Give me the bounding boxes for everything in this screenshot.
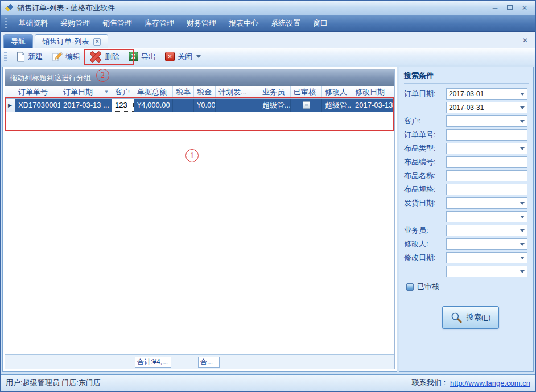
summary-tax: 合... xyxy=(198,357,220,368)
tab-sales-order-list[interactable]: 销售订单-列表 ✕ xyxy=(35,34,108,48)
group-by-panel[interactable]: 拖动列标题到这进行分组 xyxy=(5,69,394,86)
order-no-input[interactable] xyxy=(446,129,527,141)
menu-sales[interactable]: 销售管理 xyxy=(96,16,138,31)
delete-x-icon xyxy=(89,51,102,63)
chevron-down-icon[interactable] xyxy=(520,147,525,150)
cell-order-no: XD17030001 xyxy=(15,99,60,112)
app-window: 销售订单-列表 - 蓝格布业软件 ─ ✕ 基础资料 采购管理 销售管理 库存管理… xyxy=(0,0,536,392)
title-bar: 销售订单-列表 - 蓝格布业软件 ─ ✕ xyxy=(1,1,535,15)
header-total[interactable]: 单据总额 xyxy=(134,86,173,98)
search-row-fabric-code: 布品编号: xyxy=(404,156,529,168)
modified-date-to-input[interactable] xyxy=(446,266,527,277)
status-contact-label: 联系我们 : xyxy=(412,378,446,388)
menu-basic-data[interactable]: 基础资料 xyxy=(12,16,54,31)
search-row-modified-date-to xyxy=(404,266,529,277)
close-view-button[interactable]: ✕ 关闭 xyxy=(160,50,205,64)
minimize-icon[interactable]: ─ xyxy=(490,4,500,12)
header-modified-date[interactable]: 修改日期 xyxy=(352,86,394,98)
search-row-order-date-to xyxy=(404,102,529,113)
new-button[interactable]: 新建 xyxy=(11,50,47,64)
cell-salesman: 超级管... xyxy=(259,99,291,112)
edit-button[interactable]: 编辑 xyxy=(47,50,85,64)
cell-modifier: 超级管... xyxy=(322,99,352,112)
header-customer[interactable]: 客户 xyxy=(112,86,134,98)
search-button-label: 搜索(F) xyxy=(467,312,491,323)
tab-navigation[interactable]: 导航 xyxy=(3,34,33,48)
search-row-fabric-name: 布品名称: xyxy=(404,170,529,181)
menu-finance[interactable]: 财务管理 xyxy=(180,16,222,31)
header-audited[interactable]: 已审核 xyxy=(291,86,322,98)
chevron-down-icon[interactable] xyxy=(520,106,525,109)
website-link[interactable]: http://www.lange.com.cn xyxy=(450,379,530,387)
main-area: 拖动列标题到这进行分组 订单单号 订单日期 ▼ 客户 单据总额 税率 税金 计划… xyxy=(1,65,535,373)
grid-header-row: 订单单号 订单日期 ▼ 客户 单据总额 税率 税金 计划发... 业务员 已审核… xyxy=(5,86,394,99)
close-icon[interactable]: ✕ xyxy=(520,4,529,12)
sort-desc-icon: ▼ xyxy=(102,86,109,98)
fabric-spec-input[interactable] xyxy=(446,184,527,195)
fabric-type-input[interactable] xyxy=(446,143,527,154)
cell-modified-date: 2017-03-13 xyxy=(352,99,394,112)
tab-close-icon[interactable]: ✕ xyxy=(93,38,101,46)
tabstrip-close-icon[interactable]: ✕ xyxy=(522,36,528,44)
window-controls: ─ ✕ xyxy=(490,4,529,12)
header-planned[interactable]: 计划发... xyxy=(216,86,259,98)
close-dropdown-icon[interactable] xyxy=(196,55,201,58)
customer-input[interactable] xyxy=(446,115,527,127)
search-row-modified-date-from: 修改日期: xyxy=(404,252,529,263)
orders-grid-panel: 拖动列标题到这进行分组 订单单号 订单日期 ▼ 客户 单据总额 税率 税金 计划… xyxy=(2,67,397,372)
new-document-icon xyxy=(16,52,25,62)
search-row-order-date-from: 订单日期: xyxy=(404,88,529,100)
header-order-no[interactable]: 订单单号 xyxy=(15,86,60,98)
chevron-down-icon[interactable] xyxy=(520,257,525,259)
salesman-input[interactable] xyxy=(446,225,527,236)
order-date-from-input[interactable] xyxy=(446,88,527,100)
menu-settings[interactable]: 系统设置 xyxy=(265,16,307,31)
modified-date-from-input[interactable] xyxy=(446,252,527,263)
chevron-down-icon[interactable] xyxy=(520,229,525,232)
menu-inventory[interactable]: 库存管理 xyxy=(138,16,180,31)
search-panel-title: 搜索条件 xyxy=(404,71,529,84)
header-modifier[interactable]: 修改人 xyxy=(322,86,352,98)
fabric-code-input[interactable] xyxy=(446,156,527,168)
header-tax-rate[interactable]: 税率 xyxy=(173,86,194,98)
search-button[interactable]: 搜索(F) xyxy=(442,306,499,329)
orders-grid: 拖动列标题到这进行分组 订单单号 订单日期 ▼ 客户 单据总额 税率 税金 计划… xyxy=(5,69,395,369)
edit-pencil-icon xyxy=(52,52,63,62)
menu-purchase[interactable]: 采购管理 xyxy=(54,16,96,31)
menu-window[interactable]: 窗口 xyxy=(307,16,334,31)
app-logo-icon xyxy=(5,3,14,13)
ship-date-to-input[interactable] xyxy=(446,211,527,222)
header-order-date[interactable]: 订单日期 ▼ xyxy=(60,86,112,98)
chevron-down-icon[interactable] xyxy=(520,202,525,205)
cell-customer-editor[interactable]: 123 xyxy=(112,99,134,112)
fabric-name-input[interactable] xyxy=(446,170,527,181)
chevron-down-icon[interactable] xyxy=(520,120,525,123)
search-icon xyxy=(451,312,462,323)
chevron-down-icon[interactable] xyxy=(520,243,525,246)
audited-filter-checkbox[interactable] xyxy=(406,283,414,291)
audited-checkbox[interactable] xyxy=(303,101,310,109)
search-row-ship-date-from: 发货日期: xyxy=(404,197,529,209)
menu-grip xyxy=(5,18,7,28)
maximize-icon[interactable] xyxy=(505,4,514,12)
header-salesman[interactable]: 业务员 xyxy=(259,86,291,98)
menu-bar: 基础资料 采购管理 销售管理 库存管理 财务管理 报表中心 系统设置 窗口 xyxy=(1,15,535,32)
delete-button[interactable]: 删除 xyxy=(85,49,124,64)
search-row-fabric-type: 布品类型: xyxy=(404,143,529,154)
grid-empty-area[interactable] xyxy=(5,112,394,354)
search-row-salesman: 业务员: xyxy=(404,225,529,236)
menu-reports[interactable]: 报表中心 xyxy=(222,16,265,31)
order-date-to-input[interactable] xyxy=(446,102,527,113)
excel-export-icon: X xyxy=(129,52,138,61)
chevron-down-icon[interactable] xyxy=(520,270,525,273)
search-panel: 搜索条件 订单日期: 客户: 订单单号: 布品类型: 布 xyxy=(399,67,534,372)
chevron-down-icon[interactable] xyxy=(520,216,525,218)
chevron-down-icon[interactable] xyxy=(520,93,525,96)
table-row[interactable]: ▶ XD17030001 2017-03-13 ... 123 ¥4,000.0… xyxy=(5,99,394,112)
audited-filter-row: 已审核 xyxy=(406,282,529,292)
ship-date-from-input[interactable] xyxy=(446,197,527,209)
modifier-input[interactable] xyxy=(446,238,527,250)
header-tax[interactable]: 税金 xyxy=(194,86,216,98)
tab-strip: 导航 销售订单-列表 ✕ ✕ xyxy=(1,32,535,48)
export-button[interactable]: X 导出 xyxy=(124,50,160,64)
